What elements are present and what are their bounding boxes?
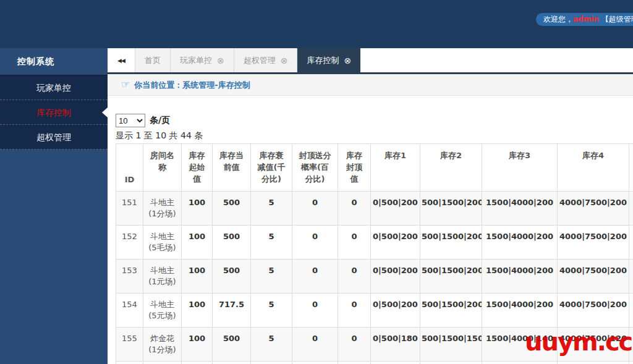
cell-k4	[558, 362, 629, 364]
active-item-arrow-icon	[102, 108, 108, 117]
cell-k1: 0|500|200	[371, 260, 420, 294]
column-header-current[interactable]: 库存当前值	[213, 144, 251, 192]
column-header-room[interactable]: 房间名称	[143, 144, 182, 192]
cell-room: 炸金花(1分场)	[143, 328, 182, 362]
page-size-select[interactable]: 10	[116, 114, 145, 127]
cell-k4: 4000|7500|200	[558, 294, 629, 328]
cell-start: 100	[182, 192, 213, 226]
cell-k2: 500|1500|200	[420, 294, 482, 328]
cell-k2: 500|1500|150	[420, 328, 482, 362]
cell-k3: 1500|4000|200	[482, 294, 558, 328]
cell-cap: 0	[338, 294, 371, 328]
cell-k1: 0|500|200	[371, 226, 420, 260]
cell-k3	[482, 362, 558, 364]
cell-k4: 4000|7500|200	[558, 192, 629, 226]
cell-start: 100	[182, 294, 213, 328]
sidebar-menu: 玩家单控库存控制超权管理	[0, 75, 108, 150]
double-left-arrow-icon: ◀◀	[117, 57, 125, 64]
cell-current: 500	[213, 192, 251, 226]
column-header-start[interactable]: 库存起始值	[182, 144, 213, 192]
sidebar-item-label: 玩家单控	[36, 83, 71, 93]
cell-start	[182, 362, 213, 364]
cell-decay: 5	[251, 260, 292, 294]
welcome-prefix: 欢迎您，	[543, 15, 573, 23]
cell-current	[213, 362, 251, 364]
tab-super-admin[interactable]: 超权管理⊗	[234, 48, 298, 72]
cell-id: 151	[116, 192, 143, 226]
welcome-username: admin	[573, 15, 599, 23]
tab-label: 超权管理	[244, 55, 276, 66]
sidebar-item-inventory-control[interactable]: 库存控制	[0, 100, 108, 125]
cell-id: 152	[116, 226, 143, 260]
sidebar-item-super-admin[interactable]: 超权管理	[0, 125, 108, 150]
cell-k1: 0|500|180	[371, 328, 420, 362]
cell-k5: 7	[629, 226, 633, 260]
cell-decay: 5	[251, 226, 292, 260]
breadcrumb-text: 你当前位置：系统管理-库存控制	[134, 80, 250, 90]
cell-cap: 0	[338, 192, 371, 226]
table-row: 151斗地主(1分场)1005005000|500|200500|1500|20…	[116, 192, 633, 226]
cell-room: 斗地主(1分场)	[143, 192, 182, 226]
cell-k2	[420, 362, 482, 364]
table-row: 152斗地主(5毛场)1005005000|500|200500|1500|20…	[116, 226, 633, 260]
tab-home[interactable]: 首页	[135, 48, 171, 72]
cell-k5: 7	[629, 294, 633, 328]
cell-cap: 0	[338, 226, 371, 260]
tab-label: 玩家单控	[180, 55, 212, 66]
tab-inventory-control[interactable]: 库存控制⊗	[297, 48, 360, 72]
cell-k2: 500|1500|200	[420, 226, 482, 260]
column-header-cap_prob[interactable]: 封顶送分概率(百分比)	[292, 144, 338, 192]
cell-cap_prob: 0	[292, 260, 338, 294]
breadcrumb: ☞你当前位置：系统管理-库存控制	[108, 74, 633, 96]
cell-cap_prob: 0	[292, 192, 338, 226]
cell-k5: 7	[629, 260, 633, 294]
pagination-info: 显示 1 至 10 共 44 条	[116, 130, 633, 142]
tab-close-icon[interactable]: ⊗	[217, 56, 224, 66]
cell-cap: 0	[338, 260, 371, 294]
cell-room: 斗地主(5元场)	[143, 294, 182, 328]
topbar: 欢迎您，admin 【超级管理员】	[0, 0, 633, 48]
cell-current: 500	[213, 260, 251, 294]
cell-start: 100	[182, 328, 213, 362]
watermark: uuym.cc	[525, 328, 632, 356]
pointing-hand-icon: ☞	[121, 78, 130, 90]
page-size-row: 10 条/页	[116, 114, 633, 127]
cell-k2: 500|1500|200	[420, 260, 482, 294]
cell-decay	[251, 362, 292, 364]
sidebar-item-player-control[interactable]: 玩家单控	[0, 75, 108, 100]
main-panel: ◀◀ 首页玩家单控⊗超权管理⊗库存控制⊗ ☞你当前位置：系统管理-库存控制 10…	[108, 48, 633, 364]
cell-cap_prob: 0	[292, 328, 338, 362]
cell-room: 斗地主(1元场)	[143, 260, 182, 294]
cell-k1	[371, 362, 420, 364]
column-header-k5[interactable]	[629, 144, 633, 192]
cell-k4: 4000|7500|200	[558, 226, 629, 260]
cell-id: 153	[116, 260, 143, 294]
cell-id	[116, 362, 143, 364]
column-header-k4[interactable]: 库存4	[558, 144, 629, 192]
column-header-k1[interactable]: 库存1	[371, 144, 420, 192]
cell-start: 100	[182, 260, 213, 294]
cell-k3: 1500|4000|200	[482, 192, 558, 226]
column-header-k3[interactable]: 库存3	[482, 144, 558, 192]
cell-k2: 500|1500|200	[420, 192, 482, 226]
cell-cap	[338, 362, 371, 364]
tab-close-icon[interactable]: ⊗	[281, 56, 288, 66]
content-area: 10 条/页 显示 1 至 10 共 44 条 ID房间名称库存起始值库存当前值…	[108, 96, 633, 364]
cell-decay: 5	[251, 192, 292, 226]
table-header-row: ID房间名称库存起始值库存当前值库存衰减值(千分比)封顶送分概率(百分比)库存封…	[116, 144, 633, 192]
tab-close-icon[interactable]: ⊗	[344, 56, 351, 66]
column-header-id[interactable]: ID	[116, 144, 143, 192]
sidebar: 控制系统 玩家单控库存控制超权管理	[0, 48, 108, 364]
table-row: 153斗地主(1元场)1005005000|500|200500|1500|20…	[116, 260, 633, 294]
tab-player-control[interactable]: 玩家单控⊗	[171, 48, 234, 72]
cell-room	[143, 362, 182, 364]
cell-current: 717.5	[213, 294, 251, 328]
column-header-cap[interactable]: 库存封顶值	[338, 144, 371, 192]
collapse-tabs-button[interactable]: ◀◀	[108, 48, 135, 72]
cell-k5: 7	[629, 192, 633, 226]
cell-cap_prob: 0	[292, 294, 338, 328]
column-header-decay[interactable]: 库存衰减值(千分比)	[251, 144, 292, 192]
column-header-k2[interactable]: 库存2	[420, 144, 482, 192]
tab-bar: ◀◀ 首页玩家单控⊗超权管理⊗库存控制⊗	[108, 48, 633, 74]
cell-cap_prob	[292, 362, 338, 364]
